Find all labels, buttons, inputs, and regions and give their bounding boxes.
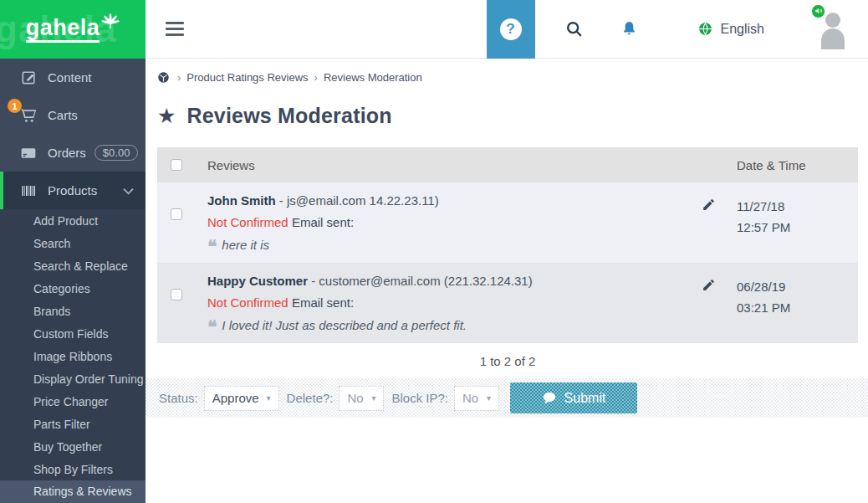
submenu-item-custom-fields[interactable]: Custom Fields [0, 322, 146, 345]
help-button[interactable]: ? [487, 0, 535, 59]
review-date: 06/28/19 [737, 276, 858, 297]
account-menu[interactable] [816, 9, 850, 49]
block-ip-label: Block IP?: [391, 391, 448, 405]
topbar: ? [146, 0, 868, 59]
reviewer-line: John Smith - js@email.com 14.22.23.11) [207, 193, 702, 208]
submenu-item-add-product[interactable]: Add Product [0, 209, 146, 232]
delete-label: Delete?: [287, 391, 334, 405]
submenu-item-buy-together[interactable]: Buy Together [0, 435, 146, 458]
globe-icon [697, 21, 713, 37]
submenu-item-brands[interactable]: Brands [0, 300, 146, 322]
cannabis-leaf-icon [101, 13, 120, 34]
sidebar-item-carts[interactable]: 1 Carts [0, 96, 146, 134]
breadcrumb: › Product Ratings Reviews › Reviews Mode… [157, 71, 858, 84]
submenu-item-search-replace[interactable]: Search & Replace [0, 254, 146, 277]
review-quote: I loved it! Just as described and a perf… [222, 318, 467, 332]
sidebar-item-content[interactable]: Content [0, 59, 146, 96]
submenu-item-display-order-tuning[interactable]: Display Order Tuning [0, 367, 146, 390]
row-checkbox[interactable] [171, 289, 182, 300]
review-row-1: John Smith - js@email.com 14.22.23.11) N… [157, 182, 858, 263]
status-line: Not Confirmed Email sent: [207, 295, 702, 310]
question-mark-icon: ? [500, 18, 522, 40]
logo-text: gahela [26, 16, 100, 43]
review-row-2: Happy Customer - customer@email.com (221… [157, 263, 858, 343]
breadcrumb-separator: › [314, 71, 318, 84]
chevron-down-icon [123, 183, 134, 198]
page-title: ★ Reviews Moderation [157, 104, 858, 128]
quote-icon: ❝ [207, 237, 217, 256]
breadcrumb-current: Reviews Moderation [324, 71, 422, 84]
review-quote: here it is [222, 238, 269, 252]
delete-select[interactable]: No ▾ [339, 386, 384, 411]
sound-on-icon [811, 4, 825, 18]
submenu-item-categories[interactable]: Categories [0, 277, 146, 300]
speech-bubble-icon [542, 392, 557, 404]
page-title-text: Reviews Moderation [186, 104, 391, 128]
star-icon: ★ [157, 104, 176, 128]
credit-card-icon [19, 145, 38, 162]
app-window: gahela gahela Content [0, 0, 868, 503]
table-header: Reviews Date & Time [157, 147, 858, 182]
submenu-item-parts-filter[interactable]: Parts Filter [0, 413, 146, 435]
sidebar-item-label: Orders [48, 146, 86, 160]
sidebar-item-label: Content [48, 70, 92, 85]
block-ip-select[interactable]: No ▾ [454, 386, 499, 411]
reviewer-line: Happy Customer - customer@email.com (221… [207, 274, 702, 288]
reviewer-contact: - customer@email.com (221.32.124.31) [311, 274, 533, 288]
sidebar-item-label: Products [48, 183, 97, 198]
review-time: 03:21 PM [737, 297, 858, 318]
submenu-item-image-ribbons[interactable]: Image Ribbons [0, 345, 146, 367]
submenu-item-ratings-reviews[interactable]: Ratings & Reviews [0, 480, 146, 503]
review-quote-line: ❝here it is [207, 238, 702, 252]
language-label: English [721, 22, 764, 37]
sidebar-item-orders[interactable]: Orders $0.00 [0, 134, 146, 172]
reviews-column-header: Reviews [196, 158, 737, 172]
email-sent-label: Email sent: [292, 215, 354, 229]
sidebar-item-label: Carts [48, 108, 78, 122]
pagination-summary: 1 to 2 of 2 [157, 343, 858, 378]
edit-square-icon [19, 69, 38, 85]
review-date: 11/27/18 [737, 196, 858, 217]
language-selector[interactable]: English [690, 21, 764, 37]
logo[interactable]: gahela gahela [0, 0, 146, 59]
search-icon[interactable] [565, 20, 584, 38]
status-line: Not Confirmed Email sent: [207, 215, 702, 229]
orders-total-pill: $0.00 [94, 145, 139, 161]
sidebar-item-products[interactable]: Products [0, 172, 146, 209]
review-datetime: 06/28/19 03:21 PM [737, 274, 858, 332]
reviewer-name: Happy Customer [207, 274, 308, 288]
review-time: 12:57 PM [737, 217, 858, 238]
barcode-icon [19, 183, 38, 198]
breadcrumb-separator: › [177, 71, 181, 84]
caret-down-icon: ▾ [267, 393, 271, 403]
status-label: Status: [159, 391, 198, 405]
main-area: ? [146, 0, 868, 503]
row-checkbox[interactable] [171, 208, 182, 220]
hamburger-menu-icon[interactable] [166, 18, 184, 39]
page-content: › Product Ratings Reviews › Reviews Mode… [146, 59, 868, 503]
status-select[interactable]: Approve ▾ [204, 386, 279, 411]
submit-button[interactable]: Submit [510, 382, 637, 413]
submenu-item-shop-by-filters[interactable]: Shop By Filters [0, 458, 146, 480]
caret-down-icon: ▾ [371, 393, 375, 403]
edit-review-icon[interactable] [702, 193, 737, 252]
status-not-confirmed: Not Confirmed [207, 295, 288, 310]
home-icon[interactable] [157, 71, 170, 84]
bulk-actions-panel: Status: Approve ▾ Delete?: No ▾ Block IP… [146, 378, 868, 418]
select-all-checkbox[interactable] [171, 159, 182, 171]
reviews-table: Reviews Date & Time John Smith - js@emai… [157, 147, 858, 343]
avatar [816, 38, 850, 52]
notifications-bell-icon[interactable] [620, 20, 638, 38]
reviewer-name: John Smith [207, 193, 276, 208]
sidebar: gahela gahela Content [0, 0, 146, 503]
quote-icon: ❝ [207, 317, 217, 336]
breadcrumb-link-ratings[interactable]: Product Ratings Reviews [186, 71, 308, 84]
review-quote-line: ❝I loved it! Just as described and a per… [207, 318, 702, 332]
carts-count-badge: 1 [8, 99, 22, 113]
caret-down-icon: ▾ [487, 393, 491, 403]
submenu-item-search[interactable]: Search [0, 232, 146, 254]
edit-review-icon[interactable] [702, 274, 737, 332]
email-sent-label: Email sent: [292, 295, 354, 310]
reviewer-contact: - js@email.com 14.22.23.11) [279, 193, 439, 208]
submenu-item-price-changer[interactable]: Price Changer [0, 390, 146, 413]
